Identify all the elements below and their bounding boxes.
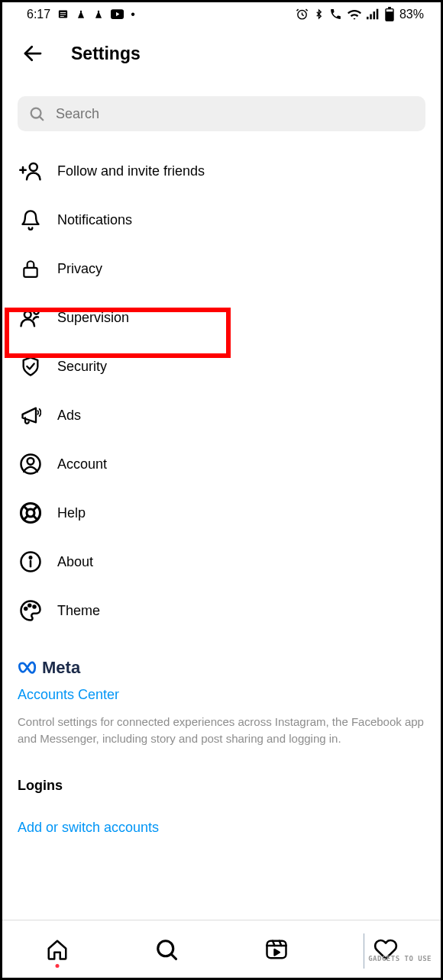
dot-icon: • — [131, 8, 135, 21]
logins-title: Logins — [18, 778, 425, 794]
reels-icon — [265, 938, 288, 961]
item-label: About — [57, 554, 93, 570]
accounts-center-link[interactable]: Accounts Center — [18, 687, 425, 703]
item-label: Account — [57, 456, 107, 472]
search-icon — [155, 938, 178, 961]
item-label: Security — [57, 359, 107, 375]
item-security[interactable]: Security — [2, 342, 441, 391]
alarm-icon — [296, 8, 309, 21]
nav-search[interactable] — [151, 934, 182, 965]
svg-point-5 — [98, 10, 99, 11]
bell-icon — [18, 207, 44, 233]
item-about[interactable]: About — [2, 537, 441, 586]
svg-point-35 — [24, 608, 27, 610]
svg-line-28 — [24, 506, 27, 510]
svg-rect-21 — [24, 268, 37, 277]
svg-point-4 — [80, 10, 82, 11]
lifebuoy-icon — [18, 500, 44, 526]
status-bar: 6:17 • 83% — [2, 2, 441, 24]
svg-point-25 — [27, 458, 34, 465]
back-button[interactable] — [18, 38, 48, 69]
item-label: Help — [57, 505, 86, 521]
item-label: Follow and invite friends — [57, 163, 205, 179]
svg-rect-1 — [60, 12, 66, 13]
palette-icon — [18, 598, 44, 624]
svg-line-31 — [34, 516, 37, 520]
watermark-line — [364, 933, 364, 969]
shield-icon — [18, 353, 44, 379]
search-icon — [28, 105, 45, 122]
svg-rect-9 — [370, 15, 372, 20]
search-input[interactable] — [56, 106, 415, 122]
item-label: Theme — [57, 603, 100, 619]
add-switch-accounts-link[interactable]: Add or switch accounts — [18, 820, 425, 836]
item-notifications[interactable]: Notifications — [2, 195, 441, 244]
item-supervision[interactable]: Supervision — [2, 293, 441, 342]
battery-percent: 83% — [399, 8, 424, 21]
item-label: Privacy — [57, 261, 102, 277]
svg-rect-14 — [386, 9, 393, 11]
nav-home[interactable] — [42, 934, 73, 965]
svg-line-17 — [40, 117, 44, 121]
supervision-icon — [18, 305, 44, 330]
watermark: GADGETS TO USE — [368, 955, 432, 962]
svg-point-37 — [34, 606, 36, 608]
svg-rect-11 — [377, 9, 379, 20]
svg-rect-8 — [367, 17, 369, 19]
account-icon — [18, 451, 44, 477]
svg-point-34 — [30, 556, 32, 559]
svg-line-39 — [172, 954, 176, 959]
item-account[interactable]: Account — [2, 440, 441, 488]
item-label: Ads — [57, 408, 81, 424]
notif-icon — [57, 8, 69, 20]
home-notification-dot — [55, 964, 59, 968]
status-right: 83% — [296, 7, 424, 21]
page-title: Settings — [71, 44, 141, 64]
item-help[interactable]: Help — [2, 488, 441, 537]
nav-reels[interactable] — [261, 934, 292, 965]
item-privacy[interactable]: Privacy — [2, 244, 441, 293]
svg-point-36 — [28, 604, 31, 607]
search-bar[interactable] — [18, 96, 425, 131]
item-theme[interactable]: Theme — [2, 586, 441, 635]
person-icon-2 — [93, 9, 104, 20]
person-icon-1 — [76, 9, 86, 20]
lock-icon — [18, 256, 44, 282]
svg-rect-13 — [388, 7, 391, 8]
svg-rect-3 — [60, 16, 64, 17]
follow-invite-icon — [18, 158, 44, 184]
item-follow-invite[interactable]: Follow and invite friends — [2, 147, 441, 195]
svg-rect-10 — [373, 11, 375, 19]
meta-logo: Meta — [18, 658, 425, 678]
bottom-nav — [2, 920, 441, 978]
info-icon — [18, 549, 44, 575]
svg-rect-40 — [267, 940, 286, 958]
battery-icon — [385, 7, 394, 21]
youtube-icon — [111, 9, 124, 19]
meta-brand-text: Meta — [42, 658, 80, 678]
wifi-icon — [348, 9, 361, 20]
svg-rect-2 — [60, 15, 66, 15]
svg-point-22 — [24, 311, 31, 318]
header: Settings — [2, 24, 441, 76]
phone-icon — [329, 8, 342, 21]
signal-icon — [367, 8, 380, 20]
status-time: 6:17 — [27, 8, 50, 21]
meta-description: Control settings for connected experienc… — [18, 714, 425, 747]
meta-infinity-icon — [18, 660, 39, 675]
svg-line-29 — [34, 506, 37, 510]
svg-point-23 — [34, 309, 38, 314]
home-icon — [46, 938, 69, 961]
arrow-left-icon — [21, 42, 44, 65]
item-ads[interactable]: Ads — [2, 391, 441, 440]
svg-line-30 — [24, 516, 27, 520]
search-container — [2, 76, 441, 139]
settings-list: Follow and invite friends Notifications … — [2, 139, 441, 635]
bluetooth-icon — [314, 8, 324, 21]
status-left: 6:17 • — [27, 8, 135, 21]
svg-point-18 — [30, 163, 37, 171]
megaphone-icon — [18, 402, 44, 428]
item-label: Notifications — [57, 212, 132, 228]
meta-section: Meta Accounts Center Control settings fo… — [2, 635, 441, 755]
logins-section: Logins Add or switch accounts — [2, 755, 441, 843]
